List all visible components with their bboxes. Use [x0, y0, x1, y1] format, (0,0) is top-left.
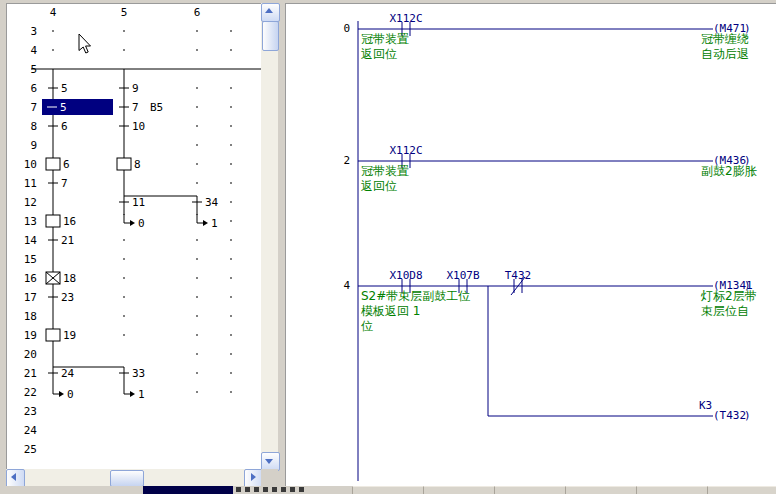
transition-number: 34	[205, 196, 219, 209]
sfc-column-header: 5	[121, 6, 128, 19]
step-number: 6	[63, 158, 70, 171]
statusbar-button[interactable]	[565, 486, 637, 494]
sfc-step-19[interactable]: 19	[46, 329, 76, 342]
jump-target: 1	[138, 388, 145, 401]
grid-dot	[196, 239, 198, 241]
grid-dot	[123, 296, 125, 298]
transition-number: 6	[61, 120, 68, 133]
sfc-step-6[interactable]: 6	[46, 158, 70, 171]
sfc-vertical-scrollbar[interactable]	[261, 3, 278, 469]
grid-dot	[196, 49, 198, 51]
statusbar-button[interactable]	[494, 486, 566, 494]
sfc-row-number: 22	[24, 386, 37, 399]
sfc-transition-34[interactable]: 34	[192, 196, 219, 209]
scroll-up-button[interactable]	[261, 3, 280, 22]
sfc-editor-pane: 4563456789101112131415161718192021222324…	[6, 3, 278, 486]
grid-dot	[196, 296, 198, 298]
sfc-transition-24[interactable]: 24	[48, 367, 75, 380]
step-number: 18	[63, 272, 76, 285]
grid-dot	[230, 258, 232, 260]
transition-number: 21	[61, 234, 74, 247]
arrow-down-icon	[265, 459, 273, 464]
sfc-diagram[interactable]: 4563456789101112131415161718192021222324…	[7, 4, 262, 470]
sfc-stepx-18[interactable]: 18	[46, 272, 76, 285]
grid-dot	[196, 277, 198, 279]
sfc-row-number: 11	[24, 177, 37, 190]
grid-dot	[230, 277, 232, 279]
sfc-transition-6[interactable]: 6	[48, 120, 68, 133]
transition-number: 23	[61, 291, 74, 304]
sfc-transition-7[interactable]: 7B5	[119, 101, 163, 114]
grid-dot	[230, 30, 232, 32]
grid-dot	[196, 334, 198, 336]
arrow-up-icon	[265, 8, 273, 13]
sfc-jump-0[interactable]: 0	[53, 385, 74, 401]
sfc-transition-10[interactable]: 10	[119, 120, 145, 133]
sfc-row-number: 10	[24, 158, 37, 171]
sfc-jump-0[interactable]: 0	[124, 214, 145, 230]
grid-dot	[230, 391, 232, 393]
block-tag: B5	[150, 101, 163, 114]
transition-number: 11	[132, 196, 145, 209]
sfc-row-number: 19	[24, 329, 37, 342]
jump-target: 0	[67, 388, 74, 401]
sfc-diagram-area[interactable]: 4563456789101112131415161718192021222324…	[6, 3, 262, 470]
sfc-row-number: 9	[30, 139, 37, 152]
sfc-row-number: 7	[30, 101, 37, 114]
grid-dot	[230, 144, 232, 146]
jump-target: 1	[211, 217, 218, 230]
step-number: 8	[134, 158, 141, 171]
sfc-transition-21[interactable]: 21	[48, 234, 74, 247]
statusbar-dark-field	[143, 486, 233, 494]
sfc-row-number: 8	[30, 120, 37, 133]
arrow-right-icon	[251, 473, 256, 481]
statusbar-button[interactable]	[352, 486, 424, 494]
sfc-transition-5[interactable]: 5	[48, 82, 68, 95]
sfc-row-number: 23	[24, 405, 37, 418]
statusbar-button[interactable]	[423, 486, 495, 494]
grid-dot	[196, 30, 198, 32]
ladder-diagram[interactable]	[286, 4, 776, 487]
grid-dot	[196, 87, 198, 89]
transition-number: 10	[132, 120, 145, 133]
step-number: 19	[63, 329, 76, 342]
vertical-scroll-thumb[interactable]	[262, 21, 279, 51]
horizontal-scroll-thumb[interactable]	[110, 470, 144, 487]
jump-target: 0	[138, 217, 145, 230]
sfc-step-16[interactable]: 16	[46, 215, 76, 228]
sfc-jump-1[interactable]: 1	[197, 214, 218, 230]
sfc-transition-9[interactable]: 9	[119, 82, 139, 95]
sfc-row-number: 13	[24, 215, 37, 228]
ladder-editor-pane[interactable]: 0X112C冠带装置返回位(M471)冠带缠绕自动后退2X112C冠带装置返回位…	[285, 3, 776, 487]
transition-number: 9	[132, 82, 139, 95]
sfc-row-number: 12	[24, 196, 37, 209]
grid-dot	[230, 239, 232, 241]
sfc-row-number: 17	[24, 291, 37, 304]
sfc-row-number: 6	[30, 82, 37, 95]
sfc-jump-1[interactable]: 1	[124, 385, 145, 401]
sfc-transition-33[interactable]: 33	[119, 367, 145, 380]
grid-dot	[230, 201, 232, 203]
grid-dot	[230, 334, 232, 336]
grid-dot	[196, 163, 198, 165]
scrollbar-corner	[261, 469, 278, 486]
statusbar-text-fragment	[236, 487, 308, 492]
grid-dot	[230, 106, 232, 108]
statusbar-button[interactable]	[707, 486, 776, 494]
sfc-horizontal-scrollbar[interactable]	[6, 469, 261, 486]
sfc-row-number: 15	[24, 253, 37, 266]
grid-dot	[196, 106, 198, 108]
grid-dot	[196, 144, 198, 146]
sfc-transition-11[interactable]: 11	[119, 196, 145, 209]
sfc-transition-7[interactable]: 7	[48, 177, 68, 190]
sfc-column-header: 4	[50, 6, 57, 19]
sfc-row-number: 3	[30, 25, 37, 38]
grid-dot	[123, 258, 125, 260]
grid-dot	[230, 125, 232, 127]
transition-number: 7	[61, 177, 68, 190]
arrow-left-icon	[11, 473, 16, 481]
sfc-step-8[interactable]: 8	[117, 158, 141, 171]
sfc-transition-23[interactable]: 23	[48, 291, 74, 304]
grid-dot	[196, 315, 198, 317]
statusbar-button[interactable]	[636, 486, 708, 494]
